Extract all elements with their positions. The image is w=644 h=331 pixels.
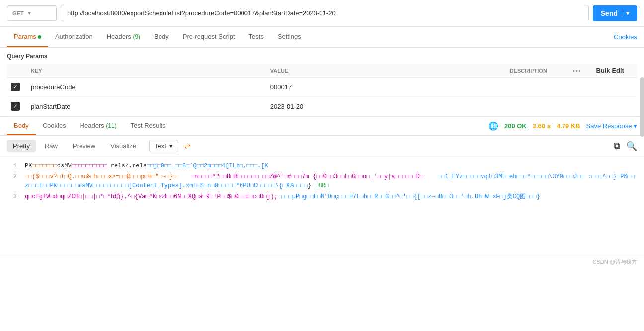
response-tab-cookies[interactable]: Cookies — [36, 117, 73, 135]
table-row: ✓ procedureCode 000017 — [7, 78, 637, 97]
method-arrow: ▾ — [28, 10, 31, 16]
col-actions: ••• — [563, 64, 592, 78]
format-btn-preview[interactable]: Preview — [67, 140, 101, 152]
table-row: ✓ planStartDate 2023-01-20 — [7, 97, 637, 116]
response-status: 200 OK — [504, 122, 527, 130]
format-btn-raw[interactable]: Raw — [39, 140, 64, 152]
row2-description[interactable] — [506, 97, 563, 116]
row1-description[interactable] — [506, 78, 563, 97]
query-params-section: Query Params KEY VALUE DESCRIPTION ••• B… — [0, 48, 644, 116]
row2-key[interactable]: planStartDate — [27, 97, 266, 116]
line-num-1: 1 — [7, 162, 17, 170]
tab-authorization[interactable]: Authorization — [48, 27, 100, 47]
tab-pre-request-script[interactable]: Pre-request Script — [176, 27, 242, 47]
response-tab-bar: Body Cookies Headers (11) Test Results 🌐… — [0, 117, 644, 136]
response-size: 4.79 KB — [557, 122, 580, 130]
col-description: DESCRIPTION — [506, 64, 563, 78]
line-num-2: 2 — [7, 172, 17, 190]
scrollbar[interactable] — [640, 77, 644, 137]
globe-icon: 🌐 — [488, 121, 498, 131]
params-table: KEY VALUE DESCRIPTION ••• Bulk Edit ✓ — [7, 64, 637, 116]
tab-params[interactable]: Params — [7, 27, 48, 47]
tab-tests[interactable]: Tests — [242, 27, 271, 47]
response-tab-test-results[interactable]: Test Results — [124, 117, 173, 135]
response-meta: 🌐 200 OK 3.60 s 4.79 KB Save Response ▾ — [488, 121, 637, 131]
format-type-arrow: ▾ — [169, 142, 173, 150]
save-response-button[interactable]: Save Response ▾ — [586, 122, 637, 130]
row1-key[interactable]: procedureCode — [27, 78, 266, 97]
response-body: 1 PK□□□□□□□osMV□□□□□□□□□□_rels/.rels□□j□… — [0, 157, 644, 256]
format-btn-visualize[interactable]: Visualize — [104, 140, 142, 152]
send-dropdown-arrow[interactable]: ▾ — [622, 10, 629, 17]
response-tab-body[interactable]: Body — [7, 117, 36, 135]
col-checkbox — [7, 64, 27, 78]
response-line-2: 2 □□($□□□v?□I□Q.□□u※□h□□□x>=□□@□□□p□H□"□… — [7, 172, 637, 190]
col-value: VALUE — [266, 64, 506, 78]
line-num-3: 3 — [7, 192, 17, 201]
response-time: 3.60 s — [533, 122, 551, 130]
format-btn-pretty[interactable]: Pretty — [7, 140, 36, 152]
line-content-3: q□cfgfW□d□q□ZCB□|□□|□*□*h瑣},^□{Va□^K□<4□… — [25, 192, 540, 201]
tab-headers[interactable]: Headers (9) — [100, 27, 147, 47]
params-dot — [38, 35, 41, 39]
query-params-title: Query Params — [7, 53, 637, 60]
cookies-link[interactable]: Cookies — [614, 27, 637, 47]
method-label: GET — [12, 10, 24, 16]
format-type-label: Text — [155, 142, 166, 150]
format-actions: ⧉ 🔍 — [614, 141, 637, 152]
request-tab-bar: Params Authorization Headers (9) Body Pr… — [0, 27, 644, 48]
row1-value[interactable]: 000017 — [266, 78, 506, 97]
row1-actions — [563, 78, 592, 97]
watermark: CSDN @诗与猿方 — [0, 256, 644, 268]
more-options-icon[interactable]: ••• — [573, 68, 582, 74]
filter-icon[interactable]: ⇌ — [184, 141, 191, 151]
row2-extra — [592, 97, 637, 116]
line-content-2: □□($□□□v?□I□Q.□□u※□h□□□x>=□□@□□□p□H□"□~□… — [25, 172, 637, 190]
row1-checkbox-cell[interactable]: ✓ — [7, 78, 27, 97]
row2-checkbox[interactable]: ✓ — [11, 102, 20, 111]
send-label: Send — [601, 9, 618, 17]
url-bar: GET ▾ Send ▾ — [0, 0, 644, 27]
url-input[interactable] — [61, 5, 589, 21]
method-select[interactable]: GET ▾ — [7, 5, 57, 21]
response-tab-headers[interactable]: Headers (11) — [73, 117, 124, 135]
row2-value[interactable]: 2023-01-20 — [266, 97, 506, 116]
bulk-edit-label[interactable]: Bulk Edit — [596, 67, 624, 74]
response-line-1: 1 PK□□□□□□□osMV□□□□□□□□□□_rels/.rels□□j□… — [7, 162, 637, 170]
col-key: KEY — [27, 64, 266, 78]
format-bar: Pretty Raw Preview Visualize Text ▾ ⇌ ⧉ … — [0, 136, 644, 157]
tab-settings[interactable]: Settings — [271, 27, 308, 47]
copy-button[interactable]: ⧉ — [614, 141, 620, 152]
line-content-1: PK□□□□□□□osMV□□□□□□□□□□_rels/.rels□□j□0□… — [25, 162, 268, 170]
tab-body[interactable]: Body — [147, 27, 176, 47]
row2-checkbox-cell[interactable]: ✓ — [7, 97, 27, 116]
row1-checkbox[interactable]: ✓ — [11, 83, 20, 91]
row2-actions — [563, 97, 592, 116]
col-bulk-edit[interactable]: Bulk Edit — [592, 64, 637, 78]
send-button[interactable]: Send ▾ — [593, 5, 637, 21]
response-line-3: 3 q□cfgfW□d□q□ZCB□|□□|□*□*h瑣},^□{Va□^K□<… — [7, 192, 637, 201]
row1-extra — [592, 78, 637, 97]
search-button[interactable]: 🔍 — [626, 141, 637, 152]
format-type-select[interactable]: Text ▾ — [149, 140, 178, 152]
